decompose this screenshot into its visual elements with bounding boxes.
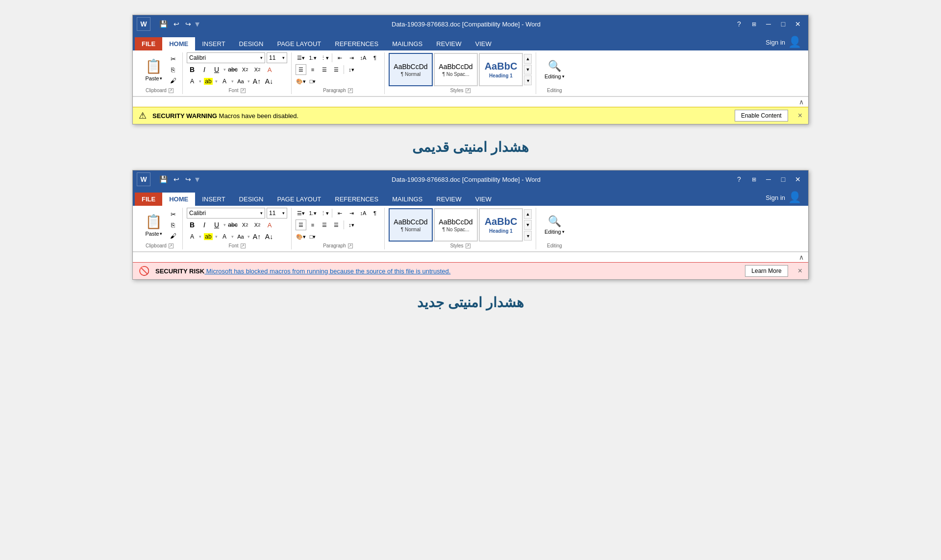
grow-font-btn-2[interactable]: A↑ xyxy=(251,231,262,242)
close-btn-2[interactable]: ✕ xyxy=(792,174,804,184)
shrink-font-btn-1[interactable]: A↓ xyxy=(264,76,274,87)
tab-mailings-1[interactable]: MAILINGS xyxy=(385,37,429,50)
justify-btn-1[interactable]: ☰ xyxy=(331,64,342,75)
border-btn-1[interactable]: □▾ xyxy=(307,76,318,87)
tab-file-2[interactable]: FILE xyxy=(135,193,162,206)
format-painter-btn-2[interactable]: 🖌 xyxy=(168,231,178,241)
clear-format-btn-2[interactable]: A xyxy=(264,219,275,230)
align-left-btn-1[interactable]: ☰ xyxy=(296,64,306,75)
font-color-btn-2[interactable]: A xyxy=(187,231,198,242)
paste-button-1[interactable]: 📋 Paste ▾ xyxy=(141,52,167,87)
multilevel-btn-2[interactable]: ⋮▾ xyxy=(319,208,330,219)
enable-content-btn-1[interactable]: Enable Content xyxy=(735,110,788,122)
redo-quick-btn-2[interactable]: ↪ xyxy=(183,174,193,184)
font-size-selector-1[interactable]: 11 ▾ xyxy=(267,52,287,63)
styles-expander-2[interactable]: ↗ xyxy=(466,243,470,248)
sort-btn-2[interactable]: ↕A xyxy=(358,208,369,219)
style-normal-1[interactable]: AaBbCcDd ¶ Normal xyxy=(389,53,433,86)
border-btn-2[interactable]: □▾ xyxy=(307,231,318,242)
styles-down-btn-1[interactable]: ▼ xyxy=(524,65,532,74)
subscript-btn-2[interactable]: X2 xyxy=(240,219,250,230)
shading-btn-1[interactable]: 🎨▾ xyxy=(296,76,306,87)
format-painter-btn-1[interactable]: 🖌 xyxy=(168,75,178,85)
strikethrough-btn-1[interactable]: abc xyxy=(227,64,238,75)
cut-btn-1[interactable]: ✂ xyxy=(168,54,178,64)
cut-btn-2[interactable]: ✂ xyxy=(168,209,178,219)
styles-more-btn-1[interactable]: ▾ xyxy=(524,75,532,85)
maximize-btn-1[interactable]: □ xyxy=(777,19,790,29)
strikethrough-btn-2[interactable]: abc xyxy=(227,219,238,230)
sec-close-btn-2[interactable]: × xyxy=(798,267,802,275)
help-title-btn-1[interactable]: ? xyxy=(733,19,745,29)
multilevel-btn-1[interactable]: ⋮▾ xyxy=(319,52,330,63)
maximize-btn-2[interactable]: □ xyxy=(777,174,790,184)
tab-pagelayout-2[interactable]: PAGE LAYOUT xyxy=(270,193,328,206)
sort-btn-1[interactable]: ↕A xyxy=(358,52,369,63)
font-expander-1[interactable]: ↗ xyxy=(241,88,246,93)
bullets-btn-2[interactable]: ☰▾ xyxy=(296,208,306,219)
save-quick-btn-1[interactable]: 💾 xyxy=(157,19,170,29)
superscript-btn-1[interactable]: X2 xyxy=(252,64,263,75)
decrease-indent-btn-2[interactable]: ⇤ xyxy=(334,208,345,219)
font-name-selector-1[interactable]: Calibri ▾ xyxy=(187,52,265,63)
tab-references-1[interactable]: REFERENCES xyxy=(328,37,385,50)
save-quick-btn-2[interactable]: 💾 xyxy=(157,174,170,184)
copy-btn-2[interactable]: ⎘ xyxy=(168,220,178,230)
tab-review-2[interactable]: REVIEW xyxy=(429,193,468,206)
close-btn-1[interactable]: ✕ xyxy=(792,19,804,29)
justify-btn-2[interactable]: ☰ xyxy=(331,219,342,230)
shading-btn-2[interactable]: 🎨▾ xyxy=(296,231,306,242)
sec-close-btn-1[interactable]: × xyxy=(798,111,802,120)
align-right-btn-1[interactable]: ☰ xyxy=(319,64,330,75)
subscript-btn-1[interactable]: X2 xyxy=(240,64,250,75)
tab-design-1[interactable]: DESIGN xyxy=(232,37,271,50)
restore-title-btn-2[interactable]: ⊞ xyxy=(747,174,760,184)
tab-review-1[interactable]: REVIEW xyxy=(429,37,468,50)
editing-button-2[interactable]: 🔍 Editing ▾ xyxy=(540,213,569,237)
style-nospace-2[interactable]: AaBbCcDd ¶ No Spac... xyxy=(434,208,478,242)
underline-btn-2[interactable]: U xyxy=(211,219,222,230)
clear-format-btn-1[interactable]: A xyxy=(264,64,275,75)
undo-quick-btn-1[interactable]: ↩ xyxy=(172,19,181,29)
learn-more-btn-2[interactable]: Learn More xyxy=(745,265,788,277)
align-left-btn-2[interactable]: ☰ xyxy=(296,219,306,230)
tab-insert-2[interactable]: INSERT xyxy=(195,193,232,206)
align-right-btn-2[interactable]: ☰ xyxy=(319,219,330,230)
ribbon-collapse-btn-2[interactable]: ∧ xyxy=(796,253,806,262)
font-size-selector-2[interactable]: 11 ▾ xyxy=(267,208,287,219)
shrink-font-btn-2[interactable]: A↓ xyxy=(264,231,274,242)
tab-home-1[interactable]: HOME xyxy=(162,37,195,50)
undo-quick-btn-2[interactable]: ↩ xyxy=(172,174,181,184)
styles-down-btn-2[interactable]: ▼ xyxy=(524,220,532,230)
tab-view-1[interactable]: VIEW xyxy=(469,37,498,50)
numbering-btn-1[interactable]: 1.▾ xyxy=(307,52,318,63)
bold-btn-1[interactable]: B xyxy=(187,64,198,75)
font-color2-btn-2[interactable]: A xyxy=(219,231,230,242)
styles-more-btn-2[interactable]: ▾ xyxy=(524,231,532,241)
aa-btn-1[interactable]: Aa xyxy=(235,76,246,87)
signin-area-1[interactable]: Sign in 👤 xyxy=(761,34,806,50)
sec-message-2[interactable]: Microsoft has blocked macros from runnin… xyxy=(204,268,450,275)
redo-quick-btn-1[interactable]: ↪ xyxy=(183,19,193,29)
italic-btn-2[interactable]: I xyxy=(199,219,210,230)
ribbon-collapse-btn-1[interactable]: ∧ xyxy=(796,97,806,106)
paste-button-2[interactable]: 📋 Paste ▾ xyxy=(141,208,167,242)
style-heading1-1[interactable]: AaBbC Heading 1 xyxy=(479,53,523,86)
style-heading1-2[interactable]: AaBbC Heading 1 xyxy=(479,208,523,242)
font-color2-btn-1[interactable]: A xyxy=(219,76,230,87)
superscript-btn-2[interactable]: X2 xyxy=(252,219,263,230)
italic-btn-1[interactable]: I xyxy=(199,64,210,75)
increase-indent-btn-2[interactable]: ⇥ xyxy=(346,208,357,219)
grow-font-btn-1[interactable]: A↑ xyxy=(251,76,262,87)
increase-indent-btn-1[interactable]: ⇥ xyxy=(346,52,357,63)
font-name-selector-2[interactable]: Calibri ▾ xyxy=(187,208,265,219)
align-center-btn-1[interactable]: ≡ xyxy=(307,64,318,75)
bold-btn-2[interactable]: B xyxy=(187,219,198,230)
tab-mailings-2[interactable]: MAILINGS xyxy=(385,193,429,206)
align-center-btn-2[interactable]: ≡ xyxy=(307,219,318,230)
underline-btn-1[interactable]: U xyxy=(211,64,222,75)
style-normal-2[interactable]: AaBbCcDd ¶ Normal xyxy=(389,208,433,242)
tab-home-2[interactable]: HOME xyxy=(162,193,195,206)
tab-view-2[interactable]: VIEW xyxy=(469,193,498,206)
show-hide-btn-2[interactable]: ¶ xyxy=(370,208,380,219)
